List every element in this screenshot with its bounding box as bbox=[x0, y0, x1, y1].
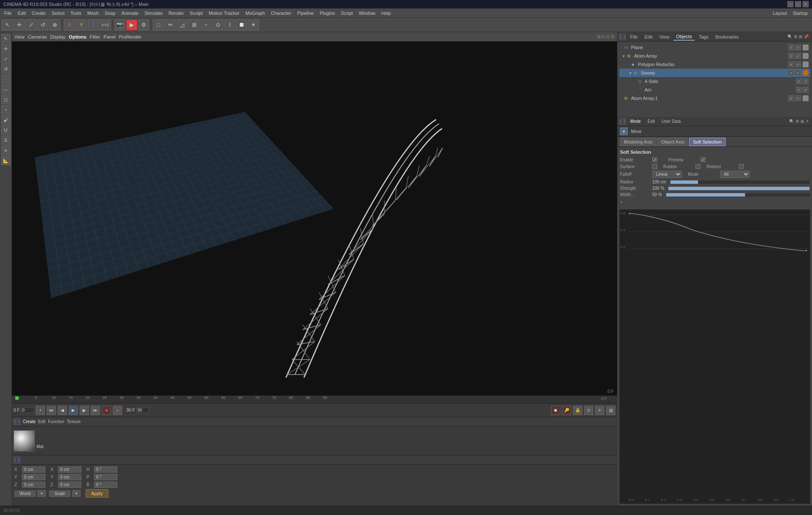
menu-character[interactable]: Character bbox=[268, 10, 294, 17]
menu-render[interactable]: Render bbox=[166, 10, 186, 17]
startup-menu[interactable]: Startup bbox=[790, 10, 810, 17]
scale-button[interactable]: Scale bbox=[49, 490, 70, 497]
scale-dropdown[interactable]: ▾ bbox=[72, 490, 81, 497]
viewport-menu-panel[interactable]: Panel bbox=[103, 34, 115, 39]
tool-cube[interactable]: □ bbox=[153, 19, 164, 30]
obj-tab-edit[interactable]: Edit bbox=[642, 33, 655, 40]
attr-z-rot[interactable] bbox=[58, 482, 81, 488]
props-search-icon[interactable]: 🔍 bbox=[789, 119, 794, 124]
obj-check-pr-1[interactable]: ✓ bbox=[788, 61, 794, 67]
props-add-btn[interactable]: + bbox=[620, 127, 628, 135]
menu-window[interactable]: Window bbox=[356, 10, 378, 17]
ss-mode-select[interactable]: All Edges Polygons bbox=[720, 171, 750, 178]
playback-next-btn[interactable]: ▶ bbox=[80, 406, 89, 415]
obj-row-atomarray1[interactable]: ⊞ Atom Array.1 ✓ ✓ bbox=[619, 94, 810, 102]
obj-check-sw-1[interactable]: ✓ bbox=[788, 70, 794, 76]
tool-x[interactable]: X bbox=[64, 19, 75, 30]
playback-record2-btn[interactable]: ● bbox=[113, 406, 122, 415]
left-tool-poly[interactable]: ◻ bbox=[1, 95, 11, 104]
left-tool-measure[interactable]: 📐 bbox=[1, 156, 11, 165]
attr-p-val[interactable] bbox=[94, 474, 117, 480]
attr-y-pos[interactable] bbox=[22, 474, 45, 480]
menu-motiontracker[interactable]: Motion Tracker bbox=[206, 10, 242, 17]
tool-rotate[interactable]: ↺ bbox=[37, 19, 48, 30]
playback-start-btn[interactable]: ⏮ bbox=[47, 406, 56, 415]
left-tool-points[interactable]: · bbox=[1, 75, 11, 84]
obj-settings-icon[interactable]: ⚙ bbox=[794, 34, 798, 39]
tool-pen[interactable]: ✏ bbox=[165, 19, 176, 30]
keyframe-add-btn[interactable]: • bbox=[36, 406, 45, 415]
viewport-menu-view[interactable]: View bbox=[14, 34, 25, 39]
tool-y[interactable]: Y bbox=[76, 19, 87, 30]
props-settings-icon[interactable]: ⚙ bbox=[795, 119, 799, 124]
obj-tab-bookmarks[interactable]: Bookmarks bbox=[713, 33, 741, 40]
viewport-menu-filter[interactable]: Filter bbox=[90, 34, 100, 39]
viewport-menu-prorender[interactable]: ProRender bbox=[119, 34, 142, 39]
left-tool-s[interactable]: S bbox=[1, 136, 11, 145]
tool-deform[interactable]: ⌇ bbox=[224, 19, 235, 30]
ss-radius-slider[interactable] bbox=[670, 180, 809, 184]
left-tool-stack[interactable]: ≡ bbox=[1, 146, 11, 155]
obj-check-sw-2[interactable]: ✓ bbox=[795, 70, 801, 76]
playback-record-btn[interactable]: ● bbox=[102, 406, 111, 415]
tool-nurbs[interactable]: ⊙ bbox=[212, 19, 223, 30]
attr-x-pos[interactable] bbox=[22, 466, 45, 473]
ss-rubber-check[interactable] bbox=[695, 164, 701, 169]
layout-menu[interactable]: Layout bbox=[770, 10, 790, 17]
left-tool-obj[interactable]: ○ bbox=[1, 105, 11, 114]
menu-mesh[interactable]: Mesh bbox=[85, 10, 101, 17]
end-frame-input[interactable] bbox=[136, 407, 149, 413]
obj-check-pr-2[interactable]: ✓ bbox=[795, 61, 801, 67]
obj-expand-icon[interactable]: ⊞ bbox=[799, 34, 802, 39]
obj-check-aa-2[interactable]: ✓ bbox=[795, 53, 801, 59]
obj-check-4s-2[interactable]: ✓ bbox=[803, 78, 809, 84]
obj-check-aa1-1[interactable]: ✓ bbox=[788, 95, 794, 101]
obj-check-4s-1[interactable]: ✓ bbox=[796, 78, 802, 84]
animate-mode-btn[interactable]: 🔒 bbox=[573, 406, 582, 415]
left-tool-move[interactable]: ✛ bbox=[1, 44, 11, 53]
ss-strength-slider[interactable] bbox=[668, 187, 809, 190]
mat-tab-texture[interactable]: Texture bbox=[67, 419, 81, 424]
obj-check-plane-1[interactable]: ✓ bbox=[788, 44, 794, 50]
menu-plugins[interactable]: Plugins bbox=[317, 10, 337, 17]
left-tool-edges[interactable]: — bbox=[1, 85, 11, 94]
world-dropdown[interactable]: ▾ bbox=[37, 490, 46, 497]
tool-render-region[interactable]: 📷 bbox=[114, 19, 125, 30]
obj-row-arc[interactable]: ⌒ Arc ✓ ✓ bbox=[619, 86, 810, 94]
obj-pin-icon[interactable]: 📌 bbox=[804, 34, 809, 39]
menu-edit[interactable]: Edit bbox=[15, 10, 28, 17]
animate-timeline-btn[interactable]: ≡ bbox=[595, 406, 604, 415]
playback-prev-btn[interactable]: ◀ bbox=[58, 406, 67, 415]
maximize-button[interactable]: □ bbox=[795, 1, 801, 7]
attr-h-val[interactable] bbox=[94, 466, 117, 473]
frame-input[interactable] bbox=[21, 407, 34, 413]
animate-autokey-btn[interactable]: 🔑 bbox=[562, 406, 571, 415]
obj-check-aa-1[interactable]: ✓ bbox=[788, 53, 794, 59]
tab-modeling-axis[interactable]: Modeling Axis bbox=[620, 138, 656, 146]
sweep-expand-icon[interactable]: ▾ bbox=[629, 71, 631, 75]
obj-row-plane[interactable]: ▭ Plane ✓ ✓ bbox=[619, 43, 810, 52]
obj-check-plane-2[interactable]: ✓ bbox=[795, 44, 801, 50]
obj-check-arc-2[interactable]: ✓ bbox=[803, 87, 809, 93]
tool-z[interactable]: Z bbox=[88, 19, 99, 30]
props-edit-tab[interactable]: Edit bbox=[645, 118, 657, 125]
viewport[interactable]: 0 F bbox=[12, 42, 617, 396]
menu-sculpt[interactable]: Sculpt bbox=[187, 10, 206, 17]
tool-move[interactable]: ✛ bbox=[14, 19, 25, 30]
tool-cam[interactable]: 🔲 bbox=[236, 19, 247, 30]
obj-check-arc-1[interactable]: ✓ bbox=[796, 87, 802, 93]
left-tool-rotate[interactable]: ↺ bbox=[1, 64, 11, 74]
viewport-menu-display[interactable]: Display bbox=[50, 34, 65, 39]
obj-row-4side[interactable]: ◻ 4-Side ✓ ✓ bbox=[619, 77, 810, 86]
obj-row-sweep[interactable]: ▾ ⊙ Sweep ✓ ✓ bbox=[619, 69, 810, 77]
menu-animate[interactable]: Animate bbox=[119, 10, 141, 17]
left-tool-select[interactable]: ↖ bbox=[1, 34, 11, 43]
tool-xyz[interactable]: XYZ bbox=[100, 19, 111, 30]
obj-row-polyreduce[interactable]: ◈ Polygon Reductio ✓ ✓ bbox=[619, 60, 810, 69]
tool-scale[interactable]: ⤢ bbox=[25, 19, 36, 30]
tool-render-settings[interactable]: ⚙ bbox=[138, 19, 149, 30]
menu-create[interactable]: Create bbox=[29, 10, 48, 17]
obj-tab-file[interactable]: File bbox=[628, 33, 640, 40]
tool-transform[interactable]: ⊕ bbox=[49, 19, 60, 30]
playback-end-btn[interactable]: ⏭ bbox=[91, 406, 100, 415]
